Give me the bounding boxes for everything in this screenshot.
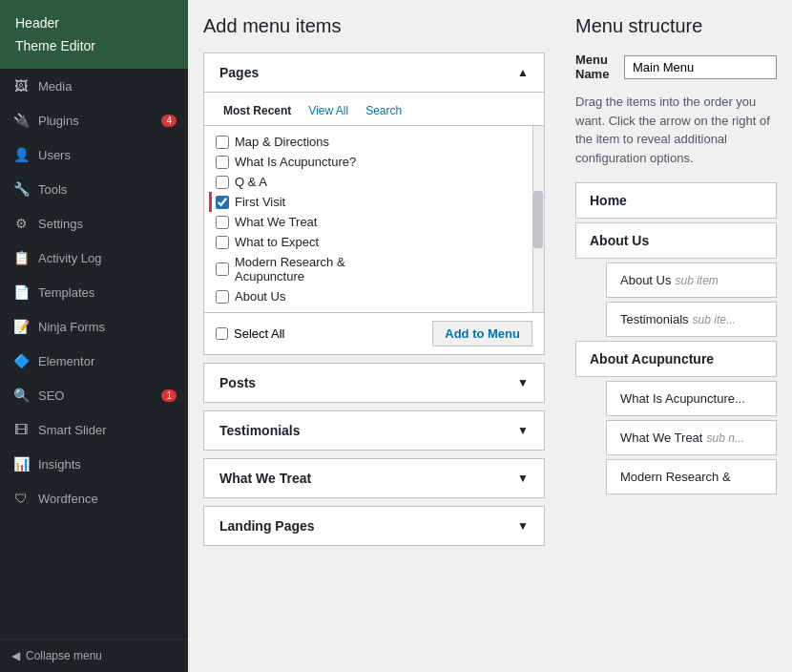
map-checkbox[interactable]	[216, 136, 229, 149]
pages-checkbox-list-wrapper: Map & Directions What Is Acupuncture? Q …	[204, 126, 544, 312]
menu-item-about-us[interactable]: About Us	[575, 222, 777, 259]
about-us-sub-tag: sub item	[675, 274, 718, 287]
testimonials-label: Testimonials	[219, 423, 301, 438]
add-menu-panel: Add menu items Pages ▲ Most Recent View …	[188, 0, 560, 672]
sidebar-item-label: Insights	[38, 457, 81, 472]
menu-item-about-us-sub-text: About Us sub item	[620, 273, 762, 287]
sidebar-item-smart-slider[interactable]: 🎞 Smart Slider	[0, 412, 188, 447]
tab-most-recent[interactable]: Most Recent	[216, 100, 299, 121]
sidebar-item-settings[interactable]: ⚙ Settings	[0, 206, 188, 241]
list-item-highlighted: First Visit	[209, 192, 532, 212]
menu-name-input[interactable]	[624, 55, 777, 79]
sidebar-item-elementor[interactable]: 🔷 Elementor	[0, 344, 188, 378]
add-to-menu-button[interactable]: Add to Menu	[432, 321, 532, 346]
map-label[interactable]: Map & Directions	[235, 135, 329, 149]
first-visit-checkbox[interactable]	[216, 196, 229, 209]
plugins-icon: 🔌	[11, 111, 31, 130]
sidebar-item-users[interactable]: 👤 Users	[0, 137, 188, 172]
sidebar-item-label: Templates	[38, 285, 94, 300]
what-we-treat-section-label: What We Treat	[219, 471, 311, 486]
sidebar-header: Header Theme Editor	[0, 0, 188, 69]
sidebar-item-ninja-forms[interactable]: 📝 Ninja Forms	[0, 309, 188, 344]
sidebar-item-tools[interactable]: 🔧 Tools	[0, 172, 188, 206]
pages-checkbox-list: Map & Directions What Is Acupuncture? Q …	[204, 126, 544, 312]
what-to-expect-checkbox[interactable]	[216, 236, 229, 249]
landing-pages-accordion-header[interactable]: Landing Pages ▼	[204, 507, 544, 545]
pages-chevron-icon: ▲	[517, 66, 529, 79]
what-to-expect-label[interactable]: What to Expect	[235, 235, 319, 249]
scroll-track	[532, 126, 544, 312]
pages-tabs-row: Most Recent View All Search	[204, 93, 544, 126]
sidebar: Header Theme Editor 🖼 Media 🔌 Plugins 4 …	[0, 0, 188, 672]
sidebar-item-plugins[interactable]: 🔌 Plugins 4	[0, 103, 188, 137]
posts-label: Posts	[219, 375, 256, 390]
acupuncture-label[interactable]: What Is Acupuncture?	[235, 155, 356, 169]
pages-label: Pages	[219, 65, 259, 80]
elementor-icon: 🔷	[11, 351, 31, 370]
menu-item-modern-research-sub[interactable]: Modern Research &	[606, 459, 777, 494]
menu-item-testimonials-sub[interactable]: Testimonials sub ite...	[606, 302, 777, 337]
posts-chevron-icon: ▼	[517, 376, 529, 389]
about-us-label[interactable]: About Us	[235, 289, 285, 304]
tab-view-all[interactable]: View All	[301, 100, 356, 121]
tab-search[interactable]: Search	[358, 100, 409, 121]
menu-item-what-we-treat-sub-text: What We Treat sub n...	[620, 430, 762, 445]
collapse-icon: ◀	[11, 649, 20, 662]
insights-icon: 📊	[11, 454, 31, 473]
menu-item-home-label: Home	[590, 193, 627, 208]
menu-item-about-us-sub[interactable]: About Us sub item	[606, 262, 777, 298]
media-icon: 🖼	[11, 76, 31, 95]
testimonials-accordion-header[interactable]: Testimonials ▼	[204, 411, 544, 450]
posts-section: Posts ▼	[203, 363, 545, 403]
pages-accordion-header[interactable]: Pages ▲	[204, 53, 544, 92]
collapse-menu-button[interactable]: ◀ Collapse menu	[0, 639, 188, 672]
what-we-treat-checkbox[interactable]	[216, 216, 229, 229]
testimonials-sub-label: Testimonials	[620, 312, 689, 326]
modern-research-checkbox[interactable]	[216, 262, 229, 276]
menu-item-home[interactable]: Home	[575, 182, 777, 219]
sidebar-item-label: Tools	[38, 182, 67, 197]
scroll-thumb[interactable]	[533, 191, 543, 248]
sidebar-nav: 🖼 Media 🔌 Plugins 4 👤 Users 🔧 Tools ⚙ Se…	[0, 69, 188, 639]
sidebar-item-media[interactable]: 🖼 Media	[0, 69, 188, 103]
menu-structure-panel: Menu structure Menu Name Drag the items …	[560, 0, 792, 672]
what-we-treat-label[interactable]: What We Treat	[235, 215, 317, 229]
what-we-treat-sub-label: What We Treat	[620, 430, 702, 445]
select-all-label[interactable]: Select All	[216, 326, 284, 341]
sidebar-item-seo[interactable]: 🔍 SEO 1	[0, 378, 188, 412]
collapse-label: Collapse menu	[26, 649, 102, 662]
menu-item-what-we-treat-sub[interactable]: What We Treat sub n...	[606, 420, 777, 455]
sidebar-item-label: Media	[38, 79, 72, 94]
about-us-checkbox[interactable]	[216, 290, 229, 304]
menu-item-what-is-acu-sub[interactable]: What Is Acupuncture...	[606, 381, 777, 416]
select-all-row: Select All Add to Menu	[204, 312, 544, 354]
posts-accordion-header[interactable]: Posts ▼	[204, 364, 544, 402]
badge-seo: 1	[161, 389, 177, 402]
landing-pages-section: Landing Pages ▼	[203, 506, 545, 546]
theme-editor-label[interactable]: Theme Editor	[15, 34, 173, 57]
list-item: Map & Directions	[216, 132, 532, 152]
acupuncture-checkbox[interactable]	[216, 156, 229, 169]
what-we-treat-section: What We Treat ▼	[203, 458, 545, 498]
sidebar-item-label: Smart Slider	[38, 423, 107, 437]
qa-checkbox[interactable]	[216, 176, 229, 189]
badge-plugins: 4	[161, 115, 177, 127]
sidebar-item-templates[interactable]: 📄 Templates	[0, 275, 188, 309]
sidebar-item-wordfence[interactable]: 🛡 Wordfence	[0, 481, 188, 515]
testimonials-section: Testimonials ▼	[203, 410, 545, 451]
first-visit-label[interactable]: First Visit	[235, 195, 285, 209]
menu-item-about-acupuncture[interactable]: About Acupuncture	[575, 341, 777, 377]
sidebar-item-label: Settings	[38, 217, 83, 231]
sidebar-item-activity-log[interactable]: 📋 Activity Log	[0, 241, 188, 275]
what-we-treat-accordion-header[interactable]: What We Treat ▼	[204, 459, 544, 497]
select-all-checkbox[interactable]	[216, 327, 228, 340]
qa-label[interactable]: Q & A	[235, 175, 267, 189]
menu-name-label: Menu Name	[575, 52, 615, 81]
modern-research-label: Modern Research &Acupuncture	[235, 255, 345, 284]
header-label[interactable]: Header	[15, 11, 173, 34]
templates-icon: 📄	[11, 283, 31, 302]
sidebar-item-insights[interactable]: 📊 Insights	[0, 447, 188, 481]
wordfence-icon: 🛡	[11, 489, 31, 508]
main-content: Add menu items Pages ▲ Most Recent View …	[188, 0, 792, 672]
sidebar-item-label: Wordfence	[38, 492, 98, 506]
